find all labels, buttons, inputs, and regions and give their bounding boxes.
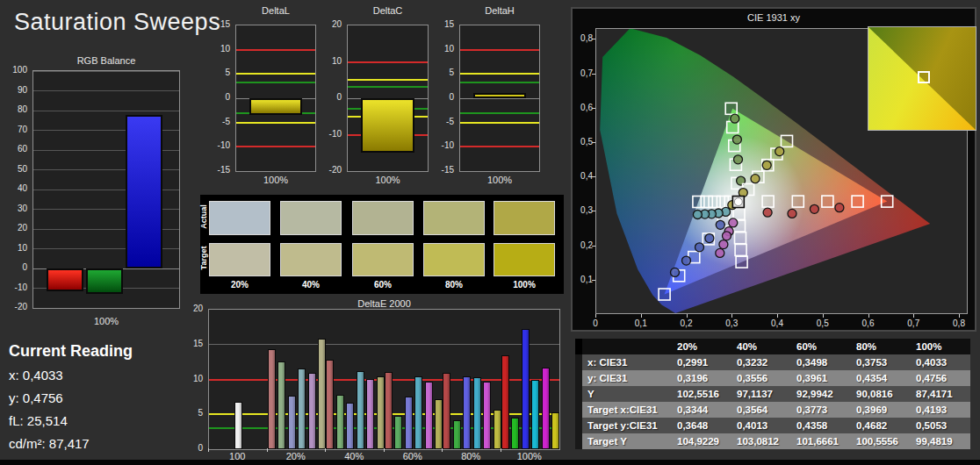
cie-ytick-0.1: 0,1 <box>574 275 593 284</box>
cie-zoom-inset <box>868 26 976 131</box>
cie-measured-blue-4 <box>682 256 691 265</box>
ytick-0: 0 <box>0 262 27 272</box>
gridline--20 <box>33 308 179 309</box>
deltae-bar-60%-0 <box>385 372 393 449</box>
page-title: Saturation Sweeps <box>14 9 220 36</box>
current-reading-y: y: 0,4756 <box>9 390 133 405</box>
ytick--10: -10 <box>0 283 27 292</box>
table-header-lead <box>575 339 582 354</box>
deltae-group-tick-0 <box>208 448 209 452</box>
cie-measured-blue-5 <box>671 268 680 276</box>
deltae-bar-20%-3 <box>298 368 306 449</box>
limit-line-yellow--5 <box>460 122 539 124</box>
cie-xtick-0.6: 0,6 <box>858 318 879 328</box>
table-cell-Y-100%: 87,4171 <box>911 386 970 402</box>
deltae-bar-100%-1 <box>511 418 519 449</box>
ytick--20: -20 <box>322 165 342 175</box>
limit-line-yellow-5 <box>460 73 539 75</box>
swatch-target-100% <box>494 243 555 276</box>
ytick-80: 80 <box>0 104 27 114</box>
swatch-actual-20% <box>209 201 270 235</box>
table-header-40%: 40% <box>731 339 791 354</box>
delta-h-plot <box>459 25 540 172</box>
delta-h-xlabel: 100% <box>459 175 540 185</box>
deltae-bar-60%-2 <box>405 397 413 449</box>
table-cell-Target-Y-80%: 100,5556 <box>851 433 911 449</box>
table-cell-Target-x-CIE31-80%: 0,3969 <box>851 402 911 418</box>
cie-measured-green-4 <box>731 114 739 123</box>
cie-white-point-circle <box>734 198 742 206</box>
deltae-bar-100%-2 <box>522 329 530 449</box>
cie-measured-magenta-5 <box>716 248 724 257</box>
cie-ytickmark-0.4 <box>592 176 595 177</box>
delta-l-title: DeltaL <box>235 5 316 16</box>
cie-xtickmark-0.4 <box>777 314 778 318</box>
ytick-90: 90 <box>0 85 27 95</box>
ytick-30: 30 <box>0 204 27 213</box>
cie-ytick-0.4: 0,4 <box>574 171 593 181</box>
ytick-15: 15 <box>211 19 230 29</box>
cie-measured-magenta-1 <box>729 218 738 227</box>
table-cell-Target-y-CIE31-60%: 0,4358 <box>791 418 851 433</box>
ytick--15: -15 <box>211 165 230 175</box>
cie-measured-magenta-3 <box>723 232 731 240</box>
table-row-label: Target y:CIE31 <box>582 418 672 433</box>
limit-line-green--3 <box>460 112 539 114</box>
deltae-bar-80%-3 <box>473 377 481 449</box>
swatch-row-label-actual: Actual <box>199 199 208 234</box>
delta-e-2000-chart: DeltaE 2000 0510152010020%40%60%80%100% <box>184 298 564 461</box>
deltae-bar-40%-5 <box>377 376 385 449</box>
ytick-20: 20 <box>184 304 203 313</box>
deltae-group-tick-2 <box>325 448 326 452</box>
cie-xtick-0.8: 0,8 <box>948 318 969 328</box>
cie-xtickmark-0.1 <box>641 314 642 318</box>
cie-inset-target-marker <box>918 71 930 83</box>
cie-xtick-0.7: 0,7 <box>903 318 924 328</box>
swatch-row-label-target: Target <box>199 240 208 275</box>
gridline-15 <box>209 344 559 345</box>
cie-xtickmark-0.2 <box>687 314 688 318</box>
current-reading-fl: fL: 25,514 <box>9 413 133 428</box>
deltae-bar-60%-1 <box>394 416 402 449</box>
ytick--15: -15 <box>435 165 454 175</box>
ytick-60: 60 <box>0 144 27 154</box>
table-cell-y-CIE31-60%: 0,3961 <box>791 370 851 386</box>
table-row-label: y: CIE31 <box>582 370 672 386</box>
deltae-bar-100%-0 <box>501 355 509 449</box>
cie-xtickmark-0.6 <box>868 314 869 318</box>
cie-xtickmark-0.5 <box>823 314 824 318</box>
swatch-actual-100% <box>494 201 555 235</box>
cie-ytick-0.6: 0,6 <box>574 103 593 112</box>
bar-blue <box>126 115 162 269</box>
ytick--5: -5 <box>435 117 454 126</box>
table-cell-x-CIE31-60%: 0,3498 <box>791 354 851 370</box>
deltae-bar-40%-0 <box>326 360 334 449</box>
deltae-bar-80%-5 <box>494 410 501 449</box>
table-row-lead <box>575 370 582 386</box>
cie-xtickmark-0.3 <box>731 314 732 318</box>
table-row-label: Target x:CIE31 <box>582 402 672 418</box>
deltae-bar-40%-1 <box>336 395 344 449</box>
table-header-blank <box>582 339 672 354</box>
table-cell-Target-x-CIE31-100%: 0,4193 <box>911 402 970 418</box>
delta-c-plot <box>347 25 429 172</box>
table-cell-y-CIE31-80%: 0,4354 <box>851 370 911 386</box>
deltae-group-tick-3 <box>384 448 385 452</box>
delta-e-2000-plot <box>208 309 560 450</box>
cie-measured-yellow-3 <box>751 175 760 183</box>
ytick-20: 20 <box>322 19 342 29</box>
swatch-target-20% <box>209 243 270 276</box>
ytick--10: -10 <box>211 140 230 150</box>
table-row: Y102,551697,113792,994290,081687,4171 <box>575 386 970 402</box>
ytick-40: 40 <box>0 183 27 193</box>
bottom-divider <box>0 460 980 465</box>
ytick--10: -10 <box>322 129 342 139</box>
deltae-group-tick-4 <box>442 448 443 452</box>
ytick-10: 10 <box>322 56 342 66</box>
ytick-15: 15 <box>435 19 454 29</box>
bar-deltac <box>361 98 414 153</box>
ytick-10: 10 <box>184 374 203 383</box>
cie-measured-yellow-5 <box>775 147 784 156</box>
table-cell-x-CIE31-40%: 0,3232 <box>731 354 791 370</box>
cie-measured-green-3 <box>732 135 741 144</box>
